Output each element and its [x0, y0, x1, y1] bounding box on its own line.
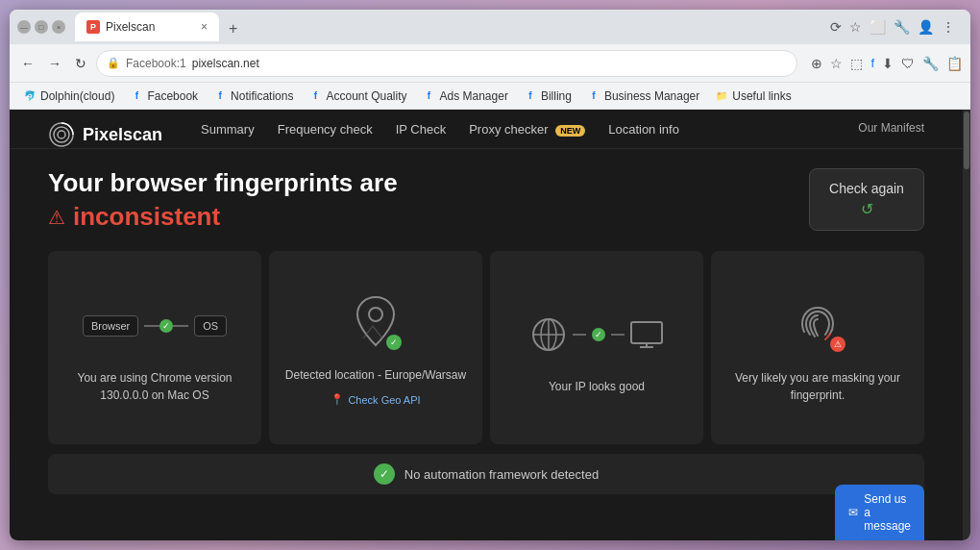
manifest-link[interactable]: Our Manifest — [858, 121, 924, 135]
os-box: OS — [194, 315, 227, 337]
check-again-button[interactable]: Check again ↺ — [809, 168, 924, 231]
arrow-connector: ✓ — [144, 319, 188, 333]
ext-shield-icon[interactable]: 🛡 — [901, 56, 915, 71]
svg-rect-8 — [631, 322, 662, 343]
browser-frame: — □ × P Pixelscan × + ⟳ ☆ ⬜ 🔧 👤 ⋮ ← → ↻ — [10, 10, 970, 540]
tab-close-button[interactable]: × — [201, 20, 208, 34]
ip-icon-area: ✓ — [530, 301, 663, 368]
star-icon[interactable]: ☆ — [830, 56, 843, 71]
active-tab[interactable]: P Pixelscan × — [75, 12, 219, 41]
scrollbar-thumb[interactable] — [964, 112, 969, 169]
facebook-icon[interactable]: f — [870, 56, 874, 71]
ip-card: ✓ Your IP looks good — [490, 251, 703, 444]
ip-illustration: ✓ — [530, 316, 663, 353]
facebook-favicon: f — [130, 89, 143, 103]
bookmark-account-quality[interactable]: f Account Quality — [303, 88, 412, 105]
browser-box: Browser — [83, 315, 138, 337]
fingerprint-text: Very likely you are masking your fingerp… — [723, 369, 913, 404]
minimize-button[interactable]: — — [17, 20, 31, 34]
bookmark-billing[interactable]: f Billing — [518, 88, 577, 105]
location-text: Detected location - Europe/Warsaw — [285, 366, 466, 384]
ip-connector-line-2 — [611, 334, 625, 336]
translate-addr-icon[interactable]: ⊕ — [811, 56, 822, 71]
billing-favicon: f — [524, 89, 537, 103]
new-tab-button[interactable]: + — [221, 16, 245, 41]
nav-summary[interactable]: Summary — [201, 122, 255, 148]
bookmark-business-manager[interactable]: f Business Manager — [581, 88, 705, 105]
ip-check-badge: ✓ — [592, 328, 605, 341]
tab-title: Pixelscan — [106, 20, 195, 34]
bookmark-dolphin[interactable]: 🐬 Dolphin(cloud) — [17, 88, 120, 105]
monitor-icon — [630, 321, 663, 348]
title-bar: — □ × P Pixelscan × + ⟳ ☆ ⬜ 🔧 👤 ⋮ — [10, 10, 970, 44]
bookmark-facebook[interactable]: f Facebook — [124, 88, 204, 105]
screen-cast-icon[interactable]: ⬜ — [870, 19, 886, 35]
folder-icon: 📁 — [715, 89, 728, 103]
geo-api-link[interactable]: 📍 Check Geo API — [331, 393, 420, 406]
connector-check: ✓ — [159, 319, 173, 333]
pixelscan-logo: Pixelscan — [48, 121, 162, 148]
url-text: pixelscan.net — [192, 57, 259, 70]
bookmark-icon[interactable]: ☆ — [849, 19, 862, 35]
scrollbar[interactable] — [963, 110, 970, 540]
hero-text: Your browser fingerprints are ⚠ inconsis… — [48, 168, 398, 232]
svg-point-2 — [58, 131, 65, 138]
account-quality-favicon: f — [308, 89, 322, 103]
automation-check-icon: ✓ — [374, 463, 395, 485]
location-check-badge: ✓ — [386, 335, 402, 350]
bookmark-notifications[interactable]: f Notifications — [208, 88, 299, 105]
refresh-button[interactable]: ↻ — [71, 52, 90, 75]
nav-links: Summary Frequency check IP Check Proxy c… — [201, 122, 679, 148]
chat-buttons: ✉ Send us a message jivochat — [860, 512, 924, 540]
svg-point-1 — [54, 127, 69, 142]
ads-manager-favicon: f — [423, 89, 436, 103]
location-illustration: ✓ — [352, 292, 400, 354]
send-message-button[interactable]: ✉ Send us a message — [835, 485, 924, 540]
fingerprint-warning-badge: ⚠ — [830, 337, 845, 352]
browser-os-text: You are using Chrome version 130.0.0.0 o… — [60, 369, 250, 404]
check-again-label: Check again — [829, 181, 904, 196]
tab-favicon: P — [86, 20, 100, 34]
bookmark-useful-links[interactable]: 📁 Useful links — [709, 88, 796, 105]
browser-os-illustration: Browser ✓ OS — [83, 315, 227, 337]
nav-location-info[interactable]: Location info — [608, 122, 679, 148]
close-button[interactable]: × — [52, 20, 65, 34]
browser-content-wrapper: Pixelscan Summary Frequency check IP Che… — [10, 110, 970, 540]
logo-icon — [48, 121, 75, 148]
notifications-favicon: f — [213, 89, 227, 103]
forward-button[interactable]: → — [44, 52, 65, 75]
status-row: ⚠ inconsistent — [48, 202, 398, 232]
extensions-icon[interactable]: 🔧 — [894, 19, 910, 35]
pixelscan-nav: Pixelscan Summary Frequency check IP Che… — [10, 110, 963, 149]
nav-frequency[interactable]: Frequency check — [278, 122, 373, 148]
nav-ip-check[interactable]: IP Check — [396, 122, 447, 148]
status-text: inconsistent — [73, 202, 220, 232]
globe-icon — [530, 316, 567, 353]
tab-bar: P Pixelscan × + — [75, 12, 826, 41]
window-controls: — □ × — [17, 20, 65, 34]
location-icon-area: ✓ — [352, 289, 400, 357]
back-button[interactable]: ← — [17, 52, 38, 75]
location-card: ✓ Detected location - Europe/Warsaw 📍 Ch… — [269, 251, 482, 444]
profile-icon[interactable]: 👤 — [918, 19, 934, 35]
bookmark-ads-manager[interactable]: f Ads Manager — [417, 88, 514, 105]
menu-icon[interactable]: ⋮ — [942, 19, 955, 35]
fingerprint-card: ⚠ Very likely you are masking your finge… — [711, 251, 924, 444]
warning-icon: ⚠ — [48, 206, 65, 229]
pin-link-icon: 📍 — [331, 393, 344, 406]
address-bar-icons: ⊕ ☆ ⬚ f ⬇ 🛡 🔧 📋 — [811, 56, 963, 71]
maximize-button[interactable]: □ — [35, 20, 48, 34]
ext-icon-2[interactable]: 📋 — [946, 56, 963, 71]
ext-icon-1[interactable]: 🔧 — [922, 56, 939, 71]
translate-icon[interactable]: ⟳ — [830, 19, 842, 35]
new-badge: NEW — [555, 125, 585, 137]
browser-content: Pixelscan Summary Frequency check IP Che… — [10, 110, 963, 540]
url-bar[interactable]: 🔒 Facebook:1 pixelscan.net — [96, 50, 797, 77]
business-manager-favicon: f — [587, 89, 600, 103]
browser-os-icon-area: Browser ✓ OS — [83, 292, 227, 360]
hero-section: Your browser fingerprints are ⚠ inconsis… — [10, 149, 963, 241]
desktop-icon[interactable]: ⬚ — [850, 56, 863, 71]
download-icon[interactable]: ⬇ — [882, 56, 894, 71]
nav-proxy-checker[interactable]: Proxy checker NEW — [469, 122, 585, 148]
logo-text: Pixelscan — [83, 125, 162, 145]
